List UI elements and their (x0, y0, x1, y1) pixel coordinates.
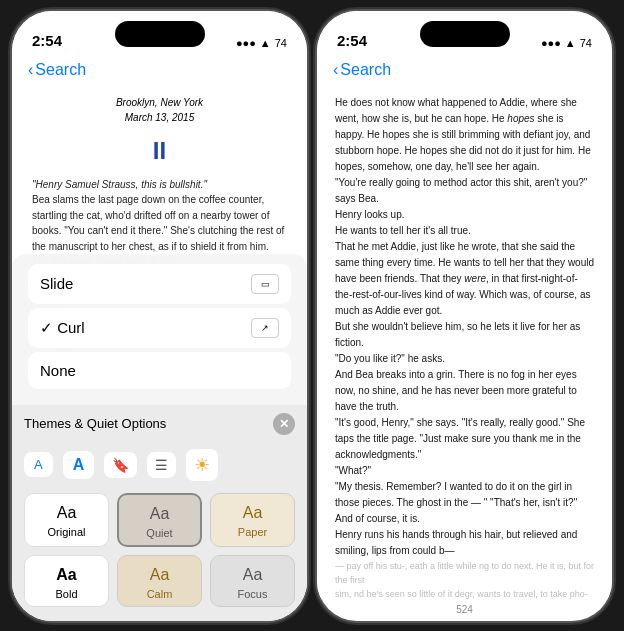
right-back-button[interactable]: ‹ Search (333, 61, 391, 79)
right-para-6: But she wouldn't believe him, so he lets… (335, 319, 594, 351)
dynamic-island (115, 21, 205, 47)
theme-bold-label: Bold (55, 588, 77, 600)
right-para-15: sim, nd he's seen so little of it degr, … (335, 587, 594, 599)
back-chevron: ‹ (28, 61, 33, 79)
theme-calm-aa: Aa (150, 566, 170, 584)
right-phone: 2:54 ●●● ▲ 74 ‹ Search He does not know … (317, 11, 612, 621)
brightness-button[interactable]: ☀ (186, 449, 218, 481)
left-phone: 2:54 ●●● ▲ 74 ‹ Search Brooklyn, New Yor… (12, 11, 307, 621)
back-label: Search (35, 61, 86, 79)
slide-icon: ▭ (251, 274, 279, 294)
controls-row: A A 🔖 ☰ ☀ (12, 443, 307, 487)
right-para-13: Henry runs his hands through his hair, b… (335, 527, 594, 559)
right-dynamic-island (420, 21, 510, 47)
right-para-11: "My thesis. Remember? I wanted to do it … (335, 479, 594, 511)
right-back-label: Search (340, 61, 391, 79)
format-button[interactable]: ☰ (147, 452, 176, 478)
right-para-10: "What?" (335, 463, 594, 479)
theme-paper-label: Paper (238, 526, 267, 538)
slide-option-slide[interactable]: Slide ▭ (28, 264, 291, 304)
theme-focus-aa: Aa (243, 566, 263, 584)
left-back-button[interactable]: ‹ Search (28, 61, 86, 79)
theme-paper[interactable]: Aa Paper (210, 493, 295, 547)
book-location: Brooklyn, New York (32, 95, 287, 110)
left-nav-bar: ‹ Search (12, 55, 307, 85)
theme-original-label: Original (48, 526, 86, 538)
right-para-12: And of course, it is. (335, 511, 594, 527)
theme-bold[interactable]: Aa Bold (24, 555, 109, 607)
right-para-3: Henry looks up. (335, 207, 594, 223)
theme-focus[interactable]: Aa Focus (210, 555, 295, 607)
theme-calm[interactable]: Aa Calm (117, 555, 202, 607)
right-book-content: He does not know what happened to Addie,… (317, 85, 612, 600)
signal-icon: ●●● (236, 37, 256, 49)
right-para-5: That he met Addie, just like he wrote, t… (335, 239, 594, 319)
left-phone-content: ‹ Search Brooklyn, New York March 13, 20… (12, 55, 307, 621)
bookmark-button[interactable]: 🔖 (104, 452, 137, 478)
theme-original-aa: Aa (57, 504, 77, 522)
themes-label: Themes & Quiet Options (24, 416, 166, 431)
book-header: Brooklyn, New York March 13, 2015 (32, 95, 287, 125)
close-button[interactable]: ✕ (273, 413, 295, 435)
battery-icon: 74 (275, 37, 287, 49)
right-para-9: "It's good, Henry," she says. "It's real… (335, 415, 594, 463)
theme-paper-aa: Aa (243, 504, 263, 522)
right-time: 2:54 (337, 32, 367, 49)
right-phone-content: ‹ Search He does not know what happened … (317, 55, 612, 621)
right-para-7: "Do you like it?" he asks. (335, 351, 594, 367)
theme-original[interactable]: Aa Original (24, 493, 109, 547)
theme-quiet-label: Quiet (146, 527, 172, 539)
right-para-14: — pay off his stu-, eath a little while … (335, 559, 594, 588)
themes-bar: Themes & Quiet Options ✕ (12, 405, 307, 443)
page-number: 524 (317, 600, 612, 621)
slide-label: Slide (40, 275, 73, 292)
right-para-4: He wants to tell her it's all true. (335, 223, 594, 239)
right-signal-icon: ●●● (541, 37, 561, 49)
phones-container: 2:54 ●●● ▲ 74 ‹ Search Brooklyn, New Yor… (12, 11, 612, 621)
theme-quiet-aa: Aa (150, 505, 170, 523)
left-time: 2:54 (32, 32, 62, 49)
right-back-chevron: ‹ (333, 61, 338, 79)
right-battery-icon: 74 (580, 37, 592, 49)
theme-quiet[interactable]: Aa Quiet (117, 493, 202, 547)
book-chapter: II (32, 133, 287, 169)
slide-option-curl[interactable]: ✓ Curl ↗ (28, 308, 291, 348)
right-para-1: He does not know what happened to Addie,… (335, 95, 594, 175)
slide-panel: Slide ▭ ✓ Curl ↗ None (12, 254, 307, 405)
right-wifi-icon: ▲ (565, 37, 576, 49)
theme-calm-label: Calm (147, 588, 173, 600)
right-nav-bar: ‹ Search (317, 55, 612, 85)
font-large-button[interactable]: A (63, 451, 95, 479)
wifi-icon: ▲ (260, 37, 271, 49)
left-status-icons: ●●● ▲ 74 (236, 37, 287, 49)
right-para-8: And Bea breaks into a grin. There is no … (335, 367, 594, 415)
book-date: March 13, 2015 (32, 110, 287, 125)
font-small-button[interactable]: A (24, 452, 53, 477)
theme-bold-aa: Aa (56, 566, 76, 584)
curl-icon: ↗ (251, 318, 279, 338)
book-para-1: "Henry Samuel Strauss, this is bullshit.… (32, 177, 287, 193)
slide-option-none[interactable]: None (28, 352, 291, 389)
slide-options-list: Slide ▭ ✓ Curl ↗ None (28, 264, 291, 391)
curl-label: ✓ Curl (40, 319, 85, 337)
themes-grid: Aa Original Aa Quiet Aa Paper Aa Bold (12, 487, 307, 621)
right-para-2: "You're really going to method actor thi… (335, 175, 594, 207)
theme-focus-label: Focus (238, 588, 268, 600)
left-overlay: Slide ▭ ✓ Curl ↗ None (12, 254, 307, 621)
none-label: None (40, 362, 76, 379)
right-status-icons: ●●● ▲ 74 (541, 37, 592, 49)
